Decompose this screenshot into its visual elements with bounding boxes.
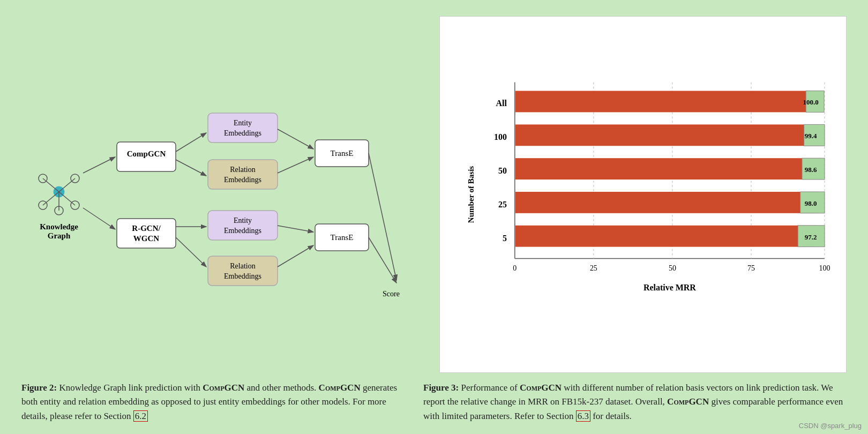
- svg-line-14: [83, 208, 115, 229]
- svg-line-8: [43, 192, 59, 205]
- svg-line-6: [43, 178, 59, 192]
- svg-text:97.2: 97.2: [805, 233, 817, 241]
- chart-area: Number of Basis 0 25 50 75 100 Relativ: [439, 16, 847, 373]
- svg-text:50: 50: [669, 264, 676, 272]
- fig3-text: Performance of CompGCN with different nu…: [423, 383, 843, 422]
- svg-rect-17: [117, 219, 176, 248]
- svg-line-9: [59, 192, 75, 205]
- svg-text:5: 5: [503, 234, 507, 243]
- fig2-label: Figure 2:: [21, 383, 57, 393]
- svg-rect-74: [515, 192, 818, 213]
- svg-text:Relation: Relation: [230, 262, 255, 270]
- watermark: CSDN @spark_plug: [799, 422, 862, 430]
- svg-text:Graph: Graph: [48, 231, 71, 240]
- diagram-area: Knowledge Graph CompGCN R-GCN/ WGCN: [16, 11, 429, 373]
- svg-line-40: [278, 226, 313, 232]
- svg-text:R-GCN/: R-GCN/: [132, 224, 161, 233]
- fig3-section-ref[interactable]: 6.3: [576, 410, 590, 422]
- fig2-compgcn1: CompGCN: [203, 383, 244, 393]
- svg-rect-77: [515, 226, 816, 247]
- svg-text:Score: Score: [383, 290, 400, 298]
- svg-rect-65: [515, 91, 824, 113]
- svg-text:Embeddings: Embeddings: [224, 129, 261, 137]
- svg-text:Entity: Entity: [234, 216, 252, 225]
- svg-rect-25: [208, 160, 278, 189]
- main-container: Knowledge Graph CompGCN R-GCN/ WGCN: [0, 0, 868, 434]
- svg-text:Relation: Relation: [230, 166, 255, 174]
- svg-rect-37: [208, 256, 278, 286]
- fig3-compgcn2: CompGCN: [667, 396, 709, 407]
- svg-text:99.4: 99.4: [805, 132, 817, 140]
- svg-text:100.0: 100.0: [803, 98, 819, 106]
- svg-line-7: [59, 178, 75, 192]
- svg-line-45: [369, 153, 396, 280]
- svg-line-41: [278, 245, 313, 267]
- chart-svg: 0 25 50 75 100 Relative MRR All 100 50 2…: [483, 33, 830, 346]
- svg-text:Embeddings: Embeddings: [224, 227, 261, 235]
- svg-text:100: 100: [819, 264, 830, 272]
- svg-text:CompGCN: CompGCN: [127, 149, 166, 158]
- svg-text:25: 25: [498, 200, 507, 209]
- svg-line-33: [176, 237, 206, 267]
- svg-line-21: [176, 160, 206, 176]
- chart-y-title: Number of Basis: [467, 166, 476, 223]
- svg-text:98.0: 98.0: [805, 199, 817, 207]
- svg-rect-68: [515, 124, 822, 146]
- svg-rect-34: [208, 211, 278, 240]
- svg-line-28: [278, 129, 313, 149]
- svg-text:Embeddings: Embeddings: [224, 272, 261, 280]
- svg-text:Knowledge: Knowledge: [40, 222, 78, 231]
- svg-text:50: 50: [498, 166, 507, 175]
- fig3-compgcn1: CompGCN: [520, 383, 562, 393]
- caption-fig2: Figure 2: Knowledge Graph link predictio…: [16, 381, 407, 423]
- svg-text:100: 100: [494, 132, 507, 141]
- svg-rect-22: [208, 113, 278, 143]
- svg-text:Relative MRR: Relative MRR: [643, 283, 696, 292]
- diagram-svg: Knowledge Graph CompGCN R-GCN/ WGCN: [21, 66, 423, 318]
- svg-text:98.6: 98.6: [805, 166, 817, 174]
- fig2-compgcn2: CompGCN: [319, 383, 361, 393]
- svg-text:0: 0: [513, 264, 517, 272]
- fig2-text: Knowledge Graph link prediction with Com…: [21, 383, 397, 422]
- svg-text:25: 25: [590, 264, 597, 272]
- svg-text:TransE: TransE: [331, 233, 354, 242]
- top-section: Knowledge Graph CompGCN R-GCN/ WGCN: [16, 11, 852, 373]
- svg-line-13: [83, 157, 115, 173]
- svg-line-29: [278, 157, 313, 173]
- svg-text:All: All: [496, 99, 507, 108]
- svg-text:Embeddings: Embeddings: [224, 176, 261, 184]
- svg-text:Entity: Entity: [234, 119, 252, 127]
- svg-line-20: [176, 133, 206, 152]
- svg-text:TransE: TransE: [331, 149, 354, 158]
- svg-text:WGCN: WGCN: [133, 234, 160, 243]
- bottom-section: Figure 2: Knowledge Graph link predictio…: [16, 381, 852, 423]
- svg-rect-71: [515, 158, 820, 179]
- caption-fig3: Figure 3: Performance of CompGCN with di…: [418, 381, 852, 423]
- fig2-section-ref[interactable]: 6.2: [133, 410, 148, 422]
- fig3-label: Figure 3:: [423, 383, 459, 393]
- svg-text:75: 75: [747, 264, 755, 272]
